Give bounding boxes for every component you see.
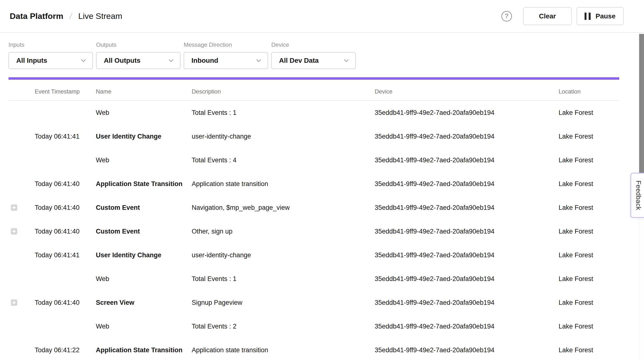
- cell-location: Lake Forest: [558, 204, 619, 211]
- cell-device: 35eddb41-9ff9-49e2-7aed-20afa90eb194: [375, 157, 558, 164]
- filter-label: Message Direction: [184, 41, 268, 48]
- filter-label: Outputs: [96, 41, 180, 48]
- column-header-location: Location: [558, 85, 619, 95]
- cell-location: Lake Forest: [558, 347, 619, 354]
- cell-device: 35eddb41-9ff9-49e2-7aed-20afa90eb194: [375, 299, 558, 307]
- chevron-down-icon: [168, 57, 175, 64]
- cell-device: 35eddb41-9ff9-49e2-7aed-20afa90eb194: [375, 133, 558, 140]
- live-stream-table: Event Timestamp Name Description Device …: [8, 80, 619, 360]
- cell-device: 35eddb41-9ff9-49e2-7aed-20afa90eb194: [375, 275, 558, 283]
- breadcrumb-live-stream[interactable]: Live Stream: [78, 11, 122, 21]
- filter-selected-value: All Outputs: [104, 57, 140, 64]
- pause-button-label: Pause: [596, 12, 616, 20]
- cell-name: User Identity Change: [96, 133, 192, 140]
- chevron-down-icon: [343, 57, 350, 64]
- cell-device: 35eddb41-9ff9-49e2-7aed-20afa90eb194: [375, 323, 558, 330]
- table-row[interactable]: Today 06:41:41 User Identity Change user…: [8, 243, 619, 267]
- cell-name: Web: [96, 275, 192, 283]
- cell-description: user-identity-change: [192, 133, 375, 140]
- table-row[interactable]: Web Total Events : 1 35eddb41-9ff9-49e2-…: [8, 267, 619, 291]
- cell-location: Lake Forest: [558, 109, 619, 117]
- cell-name: Application State Transition: [96, 347, 192, 354]
- cell-name: Web: [96, 157, 192, 164]
- expand-row-icon[interactable]: [11, 228, 17, 234]
- table-row[interactable]: Today 06:41:41 User Identity Change user…: [8, 125, 619, 148]
- cell-location: Lake Forest: [558, 228, 619, 235]
- table-row[interactable]: Today 06:41:22 Application State Transit…: [8, 338, 619, 360]
- help-icon[interactable]: ?: [501, 11, 512, 21]
- feedback-tab[interactable]: Feedback: [630, 173, 644, 218]
- cell-description: Total Events : 1: [192, 109, 375, 117]
- filter-selected-value: All Dev Data: [279, 57, 318, 64]
- cell-description: Signup Pageview: [192, 299, 375, 307]
- filter-selected-value: Inbound: [192, 57, 218, 64]
- table-row[interactable]: Web Total Events : 4 35eddb41-9ff9-49e2-…: [8, 148, 619, 172]
- cell-description: Other, sign up: [192, 228, 375, 235]
- breadcrumb-separator: /: [69, 11, 73, 21]
- cell-event-timestamp: Today 06:41:40: [35, 180, 96, 188]
- cell-location: Lake Forest: [558, 180, 619, 188]
- cell-location: Lake Forest: [558, 275, 619, 283]
- filter-inputs: Inputs All Inputs: [8, 41, 93, 69]
- cell-name: Web: [96, 109, 192, 117]
- cell-device: 35eddb41-9ff9-49e2-7aed-20afa90eb194: [375, 204, 558, 211]
- column-header-name: Name: [96, 85, 192, 95]
- filter-device: Device All Dev Data: [271, 41, 356, 69]
- cell-device: 35eddb41-9ff9-49e2-7aed-20afa90eb194: [375, 228, 558, 235]
- chevron-down-icon: [80, 57, 87, 64]
- table-row[interactable]: Today 06:41:40 Application State Transit…: [8, 172, 619, 196]
- filter-select-device[interactable]: All Dev Data: [271, 52, 356, 69]
- cell-event-timestamp: Today 06:41:41: [35, 251, 96, 259]
- cell-event-timestamp: Today 06:41:40: [35, 299, 96, 307]
- cell-device: 35eddb41-9ff9-49e2-7aed-20afa90eb194: [375, 347, 558, 354]
- filter-bar: Inputs All Inputs Outputs All Outputs Me…: [0, 33, 644, 69]
- filter-select-outputs[interactable]: All Outputs: [96, 52, 180, 69]
- cell-device: 35eddb41-9ff9-49e2-7aed-20afa90eb194: [375, 180, 558, 188]
- cell-description: Total Events : 2: [192, 323, 375, 330]
- scrollbar-thumb[interactable]: [639, 34, 644, 182]
- breadcrumb-data-platform[interactable]: Data Platform: [10, 11, 63, 21]
- cell-description: Total Events : 4: [192, 157, 375, 164]
- table-row[interactable]: Today 06:41:40 Custom Event Other, sign …: [8, 219, 619, 243]
- filter-message-direction: Message Direction Inbound: [184, 41, 268, 69]
- cell-event-timestamp: Today 06:41:41: [35, 133, 96, 140]
- chevron-down-icon: [255, 57, 262, 64]
- cell-name: Custom Event: [96, 204, 192, 211]
- expander-cell: [8, 299, 35, 306]
- table-row[interactable]: Web Total Events : 2 35eddb41-9ff9-49e2-…: [8, 315, 619, 338]
- column-header-device: Device: [375, 85, 558, 95]
- cell-event-timestamp: Today 06:41:40: [35, 204, 96, 211]
- table-row[interactable]: Web Total Events : 1 35eddb41-9ff9-49e2-…: [8, 101, 619, 125]
- table-row[interactable]: Today 06:41:40 Screen View Signup Pagevi…: [8, 291, 619, 315]
- clear-button[interactable]: Clear: [523, 7, 572, 25]
- cell-device: 35eddb41-9ff9-49e2-7aed-20afa90eb194: [375, 109, 558, 117]
- cell-description: Application state transition: [192, 180, 375, 188]
- filter-label: Device: [271, 41, 356, 48]
- cell-location: Lake Forest: [558, 133, 619, 140]
- cell-name: Web: [96, 323, 192, 330]
- accent-divider: [8, 77, 619, 80]
- cell-event-timestamp: Today 06:41:40: [35, 228, 96, 235]
- expand-row-icon[interactable]: [11, 299, 17, 306]
- breadcrumb: Data Platform / Live Stream: [10, 11, 501, 21]
- cell-description: user-identity-change: [192, 251, 375, 259]
- cell-location: Lake Forest: [558, 157, 619, 164]
- filter-select-inputs[interactable]: All Inputs: [8, 52, 93, 69]
- cell-description: Total Events : 1: [192, 275, 375, 283]
- page-header: Data Platform / Live Stream ? Clear Paus…: [0, 0, 644, 33]
- cell-name: Application State Transition: [96, 180, 192, 188]
- expander-cell: [8, 204, 35, 211]
- header-expander-spacer: [8, 89, 35, 92]
- expand-row-icon[interactable]: [11, 204, 17, 211]
- pause-button[interactable]: Pause: [576, 7, 624, 25]
- filter-select-message-direction[interactable]: Inbound: [184, 52, 268, 69]
- cell-name: User Identity Change: [96, 251, 192, 259]
- cell-device: 35eddb41-9ff9-49e2-7aed-20afa90eb194: [375, 251, 558, 259]
- cell-name: Custom Event: [96, 228, 192, 235]
- header-actions: ? Clear Pause: [501, 7, 624, 25]
- filter-label: Inputs: [8, 41, 93, 48]
- table-body: Web Total Events : 1 35eddb41-9ff9-49e2-…: [8, 101, 619, 360]
- table-row[interactable]: Today 06:41:40 Custom Event Navigation, …: [8, 196, 619, 219]
- cell-event-timestamp: Today 06:41:22: [35, 347, 96, 354]
- filter-outputs: Outputs All Outputs: [96, 41, 180, 69]
